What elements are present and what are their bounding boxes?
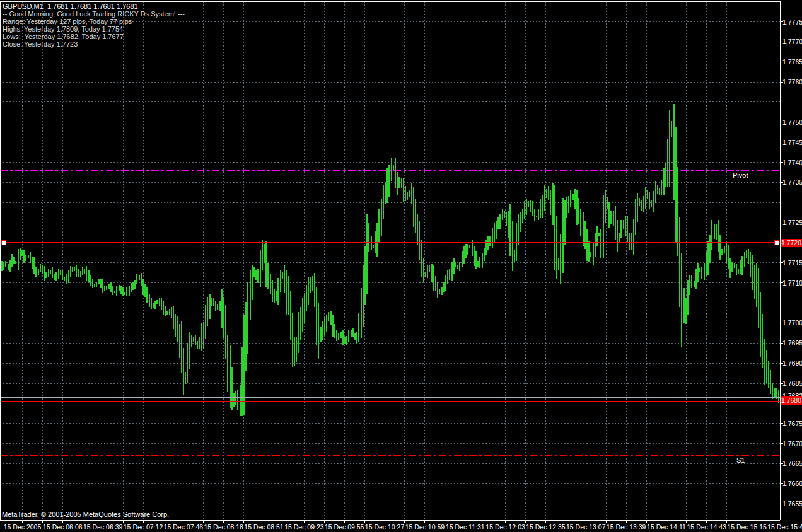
s1-label: S1 bbox=[736, 456, 745, 464]
comment-line: -- Good Morning, Good Luck Trading RICKY… bbox=[3, 10, 185, 18]
price-axis-label: 1.7685 bbox=[782, 379, 802, 387]
price-axis-label: 1.7740 bbox=[782, 159, 802, 166]
time-axis-label: 15 Dec 09:23 bbox=[282, 523, 326, 531]
symbol-ohlc-line: GBPUSD,M1 1.7681 1.7681 1.7681 1.7681 bbox=[3, 3, 138, 10]
price-axis-label: 1.7700 bbox=[782, 319, 802, 327]
time-axis-label: 15 Dec 13:07 bbox=[564, 523, 608, 531]
time-axis-label: 15 Dec 15:15 bbox=[725, 523, 769, 531]
time-axis-label: 15 Dec 08:18 bbox=[202, 523, 246, 531]
time-axis-label: 15 Dec 12:35 bbox=[523, 523, 567, 531]
price-axis-label: 1.7775 bbox=[782, 18, 802, 26]
price-axis-label: 1.7715 bbox=[782, 259, 802, 267]
price-axis-label: 1.7695 bbox=[782, 339, 802, 347]
time-axis[interactable]: 15 Dec 200515 Dec 06:0615 Dec 06:3915 De… bbox=[0, 521, 802, 532]
time-axis-label: 15 Dec 07:46 bbox=[161, 523, 206, 531]
time-axis-label: 15 Dec 10:27 bbox=[363, 523, 407, 531]
price-axis-label: 1.7770 bbox=[782, 38, 802, 45]
time-axis-label: 15 Dec 11:31 bbox=[443, 523, 487, 531]
time-axis-label: 15 Dec 07:12 bbox=[121, 523, 165, 531]
time-axis-label: 15 Dec 15:47 bbox=[765, 523, 802, 531]
price-axis-label: 1.7670 bbox=[782, 440, 802, 448]
time-axis-label: 15 Dec 12:03 bbox=[484, 523, 528, 531]
comment-line: Lows: Yesterday 1.7682, Today 1.7677 bbox=[3, 33, 124, 40]
price-axis-label: 1.7660 bbox=[782, 480, 802, 487]
price-axis-label: 1.7760 bbox=[782, 78, 802, 86]
copyright-text: MetaTrader, © 2001-2005 MetaQuotes Softw… bbox=[2, 511, 169, 518]
price-axis-label: 1.7655 bbox=[782, 500, 802, 507]
comment-line: Highs: Yesterday 1.7809, Today 1.7754 bbox=[3, 25, 123, 33]
time-axis-label: 15 Dec 14:11 bbox=[644, 523, 689, 531]
price-axis-label: 1.7745 bbox=[782, 139, 802, 146]
time-axis-label: 15 Dec 10:59 bbox=[403, 523, 447, 531]
chart-plot[interactable] bbox=[0, 0, 802, 532]
hline-price-badge: 1.7720 bbox=[781, 239, 802, 247]
time-axis-label: 15 Dec 08:51 bbox=[242, 523, 286, 531]
time-axis-label: 15 Dec 14:43 bbox=[685, 523, 729, 531]
pivot-label: Pivot bbox=[733, 171, 748, 179]
price-axis-label: 1.7710 bbox=[782, 279, 802, 287]
price-axis[interactable]: 1.77751.77701.77651.77601.77501.77451.77… bbox=[781, 0, 802, 532]
time-axis-label: 15 Dec 06:39 bbox=[81, 523, 125, 531]
hline-handle-left[interactable] bbox=[2, 241, 6, 245]
price-axis-label: 1.7675 bbox=[782, 420, 802, 427]
price-axis-label: 1.7725 bbox=[782, 219, 802, 226]
bid-price-badge: 1.7680 bbox=[781, 396, 802, 405]
price-axis-label: 1.7765 bbox=[782, 58, 802, 66]
time-axis-label: 15 Dec 2005 bbox=[1, 523, 45, 531]
comment-line: Range: Yesterday 127 pips, Today 77 pips bbox=[3, 18, 132, 25]
time-axis-label: 15 Dec 13:39 bbox=[604, 523, 648, 531]
comment-line: Close: Yesterday 1.7723 bbox=[3, 40, 78, 48]
price-axis-label: 1.7735 bbox=[782, 178, 802, 186]
price-axis-label: 1.7750 bbox=[782, 119, 802, 126]
time-axis-label: 15 Dec 09:55 bbox=[322, 523, 366, 531]
hline-handle-right[interactable] bbox=[774, 241, 779, 245]
price-axis-label: 1.7690 bbox=[782, 359, 802, 367]
metatrader-chart-window: GBPUSD,M1 1.7681 1.7681 1.7681 1.7681 --… bbox=[0, 0, 802, 532]
time-axis-label: 15 Dec 06:06 bbox=[40, 523, 84, 531]
price-axis-label: 1.7665 bbox=[782, 460, 802, 467]
